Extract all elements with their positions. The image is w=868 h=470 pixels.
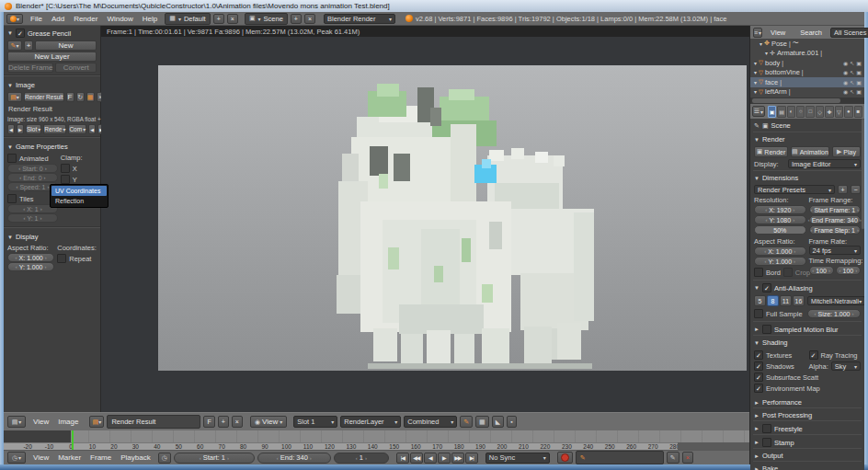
frame-step-field[interactable]: ‹Frame Step: 1›: [809, 225, 862, 235]
clamp-x-checkbox[interactable]: [61, 164, 70, 173]
jump-to-end-button[interactable]: ▶|: [465, 453, 478, 464]
jump-to-prev-keyframe-button[interactable]: ◀◀: [410, 453, 423, 464]
pack-image-button[interactable]: ▦: [86, 92, 95, 102]
render-layer-dropdown[interactable]: RenderLayer▾: [340, 416, 401, 428]
alpha-dropdown[interactable]: Sky▾: [831, 361, 861, 371]
render-restrict-icon[interactable]: ▣: [856, 79, 862, 86]
aa-samples-11-button[interactable]: 11: [780, 295, 792, 306]
world-tab[interactable]: ○: [796, 106, 805, 118]
anim-start-field[interactable]: ‹Start: 0›: [7, 164, 58, 173]
constraints-tab[interactable]: ◇: [816, 106, 824, 118]
render-animation-button[interactable]: ▤Animation: [791, 146, 829, 157]
timeline-menu-frame[interactable]: Frame: [86, 453, 116, 462]
expand-icon[interactable]: ▾: [760, 40, 762, 47]
animated-checkbox[interactable]: [7, 154, 17, 163]
aa-samples-5-button[interactable]: 5: [754, 295, 766, 306]
image-editor-canvas[interactable]: [101, 37, 749, 412]
render-pass-dropdown[interactable]: Com▾: [68, 124, 86, 134]
textures-checkbox[interactable]: [754, 350, 763, 360]
scene-tab[interactable]: ◐: [787, 106, 795, 118]
menu-help[interactable]: Help: [138, 15, 162, 23]
tiles-y-field[interactable]: ‹Y: 1›: [7, 213, 58, 223]
editor-type-button[interactable]: ◷▾: [7, 452, 26, 464]
sync-mode-dropdown[interactable]: No Sync▾: [485, 453, 550, 464]
aa-size-field[interactable]: ‹Size: 1.000›: [807, 309, 861, 318]
panel-header-post-processing[interactable]: ►Post Processing: [753, 407, 862, 420]
render-button[interactable]: ▣Render: [754, 146, 788, 157]
pixel-aspect-y-field[interactable]: ‹Y: 1.000›: [754, 257, 806, 266]
expand-icon[interactable]: ▾: [754, 69, 757, 75]
selectability-arrow-icon[interactable]: ↖: [850, 60, 854, 66]
image-editor-menu-image[interactable]: Image: [53, 418, 83, 426]
prev-pass-button[interactable]: ◀: [88, 124, 96, 134]
expand-icon[interactable]: ▾: [754, 60, 757, 66]
aa-filter-dropdown[interactable]: Mitchell-Netravali▾: [807, 296, 864, 305]
image-datablock-browse-button[interactable]: ▤▾: [89, 416, 104, 428]
object-tab[interactable]: □: [805, 106, 814, 118]
outliner-menu-search[interactable]: Search: [795, 29, 827, 37]
subsurface-checkbox[interactable]: [754, 373, 763, 382]
pixel-aspect-x-field[interactable]: ‹X: 1.000›: [754, 246, 806, 256]
fake-user-button[interactable]: F: [203, 416, 214, 428]
outliner-menu-view[interactable]: View: [766, 29, 790, 37]
timeline-ruler[interactable]: -20-100102030405060708090100110120130140…: [4, 442, 749, 450]
keying-set-field[interactable]: ✎: [576, 451, 664, 464]
outliner-item-bottomvine[interactable]: ▾▽bottomVine|◉↖▣: [750, 68, 864, 78]
image-editor-menu-view[interactable]: View: [29, 418, 53, 426]
image-datablock-browse-button[interactable]: ▤▾: [7, 92, 22, 102]
panel-header-freestyle[interactable]: ►Freestyle: [753, 420, 862, 434]
render-tab[interactable]: ▣: [768, 106, 776, 118]
visibility-eye-icon[interactable]: ◉: [843, 69, 848, 75]
add-preset-button[interactable]: +: [838, 185, 848, 194]
selectability-arrow-icon[interactable]: ↖: [850, 88, 854, 95]
remove-preset-button[interactable]: −: [851, 185, 861, 194]
render-layers-tab[interactable]: ▤: [777, 106, 785, 118]
outliner-scope-dropdown[interactable]: All Scenes: [830, 28, 868, 38]
anim-end-field[interactable]: ‹End: 0›: [7, 173, 58, 182]
pencil-datablock-button[interactable]: ✎▾: [7, 40, 22, 51]
panel-checkbox[interactable]: [762, 424, 771, 433]
prev-slot-button[interactable]: ◀: [7, 124, 15, 134]
crop-checkbox[interactable]: [783, 268, 793, 277]
play-reverse-button[interactable]: ◀: [424, 453, 437, 464]
display-panel-header[interactable]: ▼ Display: [4, 230, 100, 243]
menu-option-reflection[interactable]: Reflection: [51, 196, 107, 206]
jump-to-start-button[interactable]: |◀: [396, 453, 409, 464]
outliner-item-body[interactable]: ▾▽body|◉↖▣: [750, 58, 864, 68]
visibility-eye-icon[interactable]: ◉: [843, 60, 848, 66]
display-aspect-x-field[interactable]: ‹X: 1.000›: [7, 253, 54, 262]
current-frame-marker[interactable]: [72, 430, 74, 450]
panel-header-bake[interactable]: ►Bake: [753, 461, 862, 470]
grease-pencil-panel-header[interactable]: ▼ Grease Pencil: [4, 26, 100, 40]
render-restrict-icon[interactable]: ▣: [856, 88, 862, 95]
render-engine-selector[interactable]: Blender Render ▾: [324, 14, 395, 24]
image-name-field[interactable]: Render Result: [24, 92, 64, 102]
refresh-image-button[interactable]: ↻: [76, 92, 85, 102]
remap-new-field[interactable]: ‹100›: [836, 266, 861, 275]
material-tab[interactable]: ●: [844, 106, 852, 118]
panel-header-output[interactable]: ►Output: [753, 448, 862, 461]
repeat-checkbox[interactable]: [57, 254, 66, 263]
selectability-arrow-icon[interactable]: ↖: [850, 69, 854, 75]
expand-icon[interactable]: ▾: [754, 88, 757, 95]
panel-checkbox[interactable]: [762, 438, 771, 447]
menu-window[interactable]: Window: [102, 15, 137, 23]
remap-old-field[interactable]: ‹100›: [809, 266, 834, 275]
shading-panel-header[interactable]: ▼Shading: [753, 335, 862, 348]
add-scene-button[interactable]: +: [291, 14, 302, 24]
grease-pencil-draw-button[interactable]: ✎: [460, 416, 473, 428]
convert-button[interactable]: Convert: [55, 63, 97, 73]
resolution-x-field[interactable]: ‹X: 1920›: [754, 205, 806, 214]
menu-add[interactable]: Add: [47, 15, 69, 23]
grease-pencil-checkbox[interactable]: [16, 29, 25, 38]
menu-file[interactable]: File: [26, 15, 47, 23]
next-slot-button[interactable]: ▶: [17, 124, 24, 134]
render-restrict-icon[interactable]: ▣: [856, 69, 862, 75]
new-layer-button[interactable]: New Layer: [7, 52, 97, 62]
ray-tracing-checkbox[interactable]: [809, 350, 818, 360]
current-frame-field[interactable]: ‹1›: [334, 453, 389, 464]
full-sample-checkbox[interactable]: [754, 309, 763, 318]
outliner-item-leftarm[interactable]: ▾▽leftArm|◉↖▣: [750, 87, 864, 97]
delete-layout-button[interactable]: ×: [227, 14, 238, 24]
render-restrict-icon[interactable]: ▣: [856, 60, 862, 66]
